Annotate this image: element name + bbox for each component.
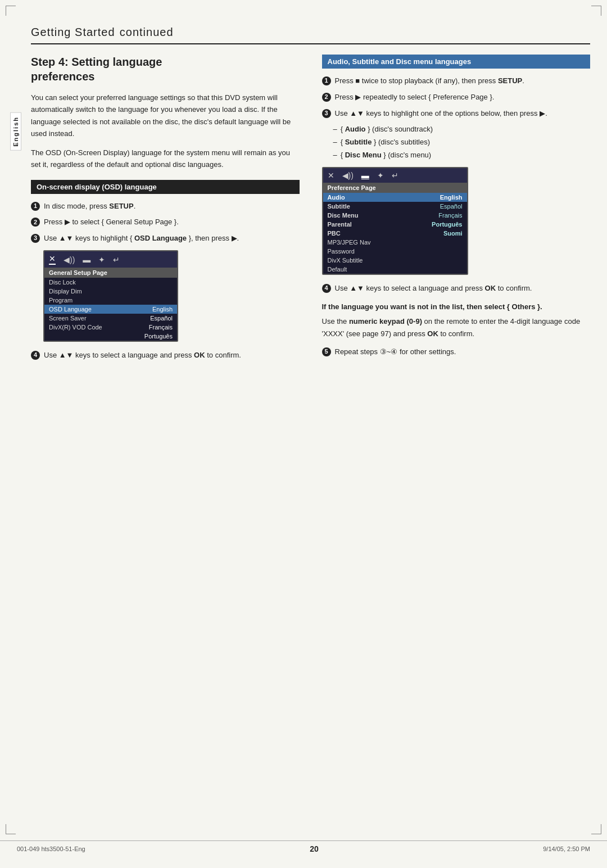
others-block-body: Use the numeric keypad (0-9) on the remo… xyxy=(322,315,591,340)
osd-step-2-text: Press ▶ to select { General Setup Page }… xyxy=(44,216,179,228)
audio-step-1-text: Press ■ twice to stop playback (if any),… xyxy=(335,75,524,87)
footer-page-number: 20 xyxy=(310,844,319,853)
sub-option-subtitle: { Subtitle } (disc's subtitles) xyxy=(333,137,591,148)
osd-step-3: 3 Use ▲▼ keys to highlight { OSD Languag… xyxy=(31,233,300,245)
row-label: OSD Language xyxy=(49,306,92,313)
osd-step-3-text: Use ▲▼ keys to highlight { OSD Language … xyxy=(44,233,239,245)
pref-icon-speaker: ◀)) xyxy=(342,171,354,180)
row-value: Português xyxy=(428,221,462,228)
pref-menu-icon-bar: ✕ ◀)) ▬ ✦ ↵ xyxy=(323,168,467,183)
osd-step-1-num: 1 xyxy=(31,202,40,211)
row-label: DivX(R) VOD Code xyxy=(49,324,102,331)
page-wrapper: English Getting Started continued Step 4… xyxy=(0,0,607,868)
menu-icon-x: ✕ xyxy=(49,254,56,265)
menu-row-divx-vod: DivX(R) VOD Code Français xyxy=(44,323,177,332)
pref-menu-title: Preference Page xyxy=(323,183,467,193)
pref-row-mp3: MP3/JPEG Nav xyxy=(323,238,467,247)
audio-step-1-num: 1 xyxy=(322,76,331,85)
osd-steps-list: 1 In disc mode, press SETUP. 2 Press ▶ t… xyxy=(31,201,300,245)
menu-row-display-dim: Display Dim xyxy=(44,287,177,296)
corner-bl xyxy=(6,824,16,834)
row-label: Disc Lock xyxy=(49,279,76,286)
row-label: Subtitle xyxy=(328,203,350,210)
others-block-heading: If the language you want is not in the l… xyxy=(322,301,591,313)
row-value: Português xyxy=(144,333,173,340)
pref-icon-x: ✕ xyxy=(328,171,334,180)
row-label: Audio xyxy=(328,194,345,201)
menu-row-portugues: Português xyxy=(44,332,177,341)
pref-row-subtitle: Subtitle Español xyxy=(323,202,467,211)
audio-step-5-num: 5 xyxy=(322,347,331,356)
osd-step-3-num: 3 xyxy=(31,234,40,243)
audio-step-3: 3 Use ▲▼ keys to highlight one of the op… xyxy=(322,108,591,120)
row-label: Parental xyxy=(328,221,352,228)
osd-step-1: 1 In disc mode, press SETUP. xyxy=(31,201,300,213)
corner-tl xyxy=(6,6,16,16)
audio-step-5-list: 5 Repeat steps ③~④ for other settings. xyxy=(322,346,591,358)
page-title: Getting Started continued xyxy=(31,22,590,44)
row-label: Default xyxy=(328,266,347,273)
audio-sub-options: { Audio } (disc's soundtrack) { Subtitle… xyxy=(322,124,591,161)
osd-step-4-list: 4 Use ▲▼ keys to select a language and p… xyxy=(31,350,300,361)
pref-row-default: Default xyxy=(323,265,467,274)
pref-row-password: Password xyxy=(323,247,467,256)
osd-step-2: 2 Press ▶ to select { General Setup Page… xyxy=(31,216,300,228)
pref-row-divx-subtitle: DivX Subtitle xyxy=(323,256,467,265)
left-column: Step 4: Setting language preferences You… xyxy=(31,55,300,366)
row-value: Français xyxy=(435,212,462,219)
menu-icon-speaker: ◀)) xyxy=(64,255,75,264)
audio-steps-4-5: 4 Use ▲▼ keys to select a language and p… xyxy=(322,283,591,295)
menu-row-disc-lock: Disc Lock xyxy=(44,278,177,287)
sub-option-audio: { Audio } (disc's soundtrack) xyxy=(333,124,591,135)
footer-right: 9/14/05, 2:50 PM xyxy=(543,846,590,852)
audio-step-2-text: Press ▶ repeatedly to select { Preferenc… xyxy=(335,92,495,103)
osd-step-2-num: 2 xyxy=(31,218,40,227)
audio-section-heading: Audio, Subtitle and Disc menu languages xyxy=(322,55,591,69)
menu-row-program: Program xyxy=(44,296,177,305)
general-setup-menu: ✕ ◀)) ▬ ✦ ↵ General Setup Page Disc Lock… xyxy=(43,250,178,342)
audio-step-5-text: Repeat steps ③~④ for other settings. xyxy=(335,346,456,358)
menu-icon-screen: ▬ xyxy=(83,255,90,264)
menu-title: General Setup Page xyxy=(44,268,177,278)
row-label: DivX Subtitle xyxy=(328,257,363,264)
row-value: Suomi xyxy=(440,230,463,237)
menu-row-osd-language: OSD Language English xyxy=(44,305,177,314)
audio-step-4-num: 4 xyxy=(322,284,331,293)
audio-step-2-num: 2 xyxy=(322,93,331,102)
pref-icon-star: ✦ xyxy=(377,171,384,180)
menu-row-screen-saver: Screen Saver Español xyxy=(44,314,177,323)
page-footer: 001-049 hts3500-51-Eng 20 9/14/05, 2:50 … xyxy=(0,840,607,857)
sidebar-language-label: English xyxy=(10,112,21,151)
page-title-suffix: continued xyxy=(120,26,174,38)
row-value: Español xyxy=(150,315,173,322)
audio-step-2: 2 Press ▶ repeatedly to select { Prefere… xyxy=(322,92,591,103)
audio-step-3-text: Use ▲▼ keys to highlight one of the opti… xyxy=(335,108,547,120)
menu-icon-return: ↵ xyxy=(113,255,120,264)
osd-step-1-text: In disc mode, press SETUP. xyxy=(44,201,135,213)
step-heading: Step 4: Setting language preferences xyxy=(31,55,300,84)
row-value: English xyxy=(440,194,463,201)
page-title-main: Getting Started xyxy=(31,26,115,38)
osd-step-4: 4 Use ▲▼ keys to select a language and p… xyxy=(31,350,300,361)
sub-option-disc-menu: { Disc Menu } (disc's menu) xyxy=(333,150,591,161)
row-value: Español xyxy=(437,203,463,210)
two-column-layout: Step 4: Setting language preferences You… xyxy=(31,55,590,366)
corner-br xyxy=(591,824,601,834)
audio-step-1: 1 Press ■ twice to stop playback (if any… xyxy=(322,75,591,87)
row-label: MP3/JPEG Nav xyxy=(328,239,371,246)
row-label: Screen Saver xyxy=(49,315,87,322)
pref-row-pbc: PBC Suomi xyxy=(323,229,467,238)
row-label: Disc Menu xyxy=(328,212,359,219)
osd-section-heading: On-screen display (OSD) language xyxy=(31,180,300,194)
audio-step-3-num: 3 xyxy=(322,109,331,118)
osd-step-4-num: 4 xyxy=(31,351,40,360)
row-label: Password xyxy=(328,248,355,255)
audio-step-4-text: Use ▲▼ keys to select a language and pre… xyxy=(335,283,532,295)
preference-menu: ✕ ◀)) ▬ ✦ ↵ Preference Page Audio Englis… xyxy=(322,167,468,275)
menu-icon-bar: ✕ ◀)) ▬ ✦ ↵ xyxy=(44,251,177,268)
main-content: Getting Started continued Step 4: Settin… xyxy=(31,0,590,411)
pref-row-disc-menu: Disc Menu Français xyxy=(323,211,467,220)
osd-step-4-text: Use ▲▼ keys to select a language and pre… xyxy=(44,350,241,361)
row-value: English xyxy=(152,306,173,313)
right-column: Audio, Subtitle and Disc menu languages … xyxy=(322,55,591,366)
